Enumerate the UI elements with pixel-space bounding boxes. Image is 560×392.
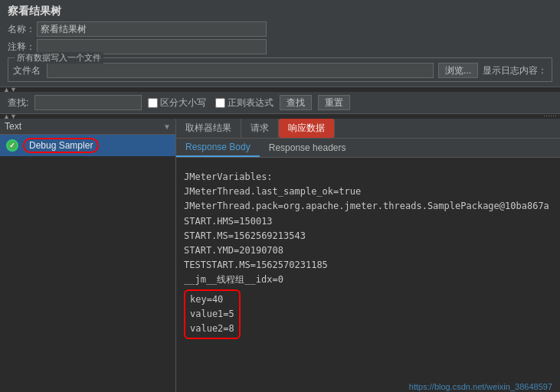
name-label: 名称： [8, 23, 37, 36]
reset-button[interactable]: 重置 [318, 95, 350, 110]
checkbox-group: 区分大小写 正则表达式 [148, 96, 273, 109]
name-input[interactable] [37, 21, 267, 37]
case-sensitive-label[interactable]: 区分大小写 [148, 96, 206, 109]
sep-icon-top: ▲▼ [3, 86, 17, 93]
tree-item-debug-sampler[interactable]: Debug Sampler [0, 135, 175, 156]
content-text: JMeterVariables: JMeterThread.last_sampl… [184, 170, 552, 288]
main-area: Text ▼ Debug Sampler 取样器结果 请求 响应数据 Respo… [0, 119, 560, 392]
tabs-row: 取样器结果 请求 响应数据 [176, 119, 560, 139]
log-label: 显示日志内容： [483, 64, 547, 77]
top-panel: 察看结果树 名称： 注释： 所有数据写入一个文件 文件名 浏览... 显示日志内… [0, 0, 560, 87]
window-title: 察看结果树 [8, 5, 61, 18]
sub-tabs-row: Response Body Response headers [176, 139, 560, 158]
tab-request[interactable]: 请求 [241, 119, 279, 138]
content-area: JMeterVariables: JMeterThread.last_sampl… [176, 158, 560, 392]
tab-response-data[interactable]: 响应数据 [279, 119, 335, 138]
file-label: 文件名 [13, 64, 42, 77]
left-panel-title: Text [5, 121, 21, 132]
highlighted-content-text: key=40 value1=5 value2=8 [190, 292, 234, 337]
check-icon [6, 139, 18, 152]
file-section-title: 所有数据写入一个文件 [15, 52, 103, 64]
search-bar: 查找: 区分大小写 正则表达式 查找 重置 [0, 92, 560, 114]
sub-tab-response-headers[interactable]: Response headers [260, 139, 355, 156]
search-input[interactable] [34, 95, 142, 110]
left-panel: Text ▼ Debug Sampler [0, 119, 176, 392]
browse-button[interactable]: 浏览... [438, 63, 478, 78]
highlight-box: key=40 value1=5 value2=8 [184, 289, 241, 340]
file-input[interactable] [47, 63, 434, 78]
tree-item-label: Debug Sampler [23, 138, 99, 153]
comment-label: 注释： [8, 41, 37, 54]
tab-sampler-result[interactable]: 取样器结果 [176, 119, 241, 138]
search-label: 查找: [8, 96, 28, 109]
regex-checkbox[interactable] [215, 98, 225, 108]
dropdown-arrow-icon[interactable]: ▼ [163, 122, 171, 131]
search-button[interactable]: 查找 [280, 95, 312, 110]
left-panel-header: Text ▼ [0, 119, 175, 135]
watermark: https://blog.csdn.net/weixin_38648597 [409, 382, 552, 391]
file-section: 所有数据写入一个文件 文件名 浏览... 显示日志内容： [8, 57, 552, 82]
right-panel: 取样器结果 请求 响应数据 Response Body Response hea… [176, 119, 560, 392]
case-sensitive-checkbox[interactable] [148, 98, 158, 108]
empty-spacer [184, 164, 552, 170]
regex-label[interactable]: 正则表达式 [215, 96, 273, 109]
sub-tab-response-body[interactable]: Response Body [176, 139, 260, 157]
